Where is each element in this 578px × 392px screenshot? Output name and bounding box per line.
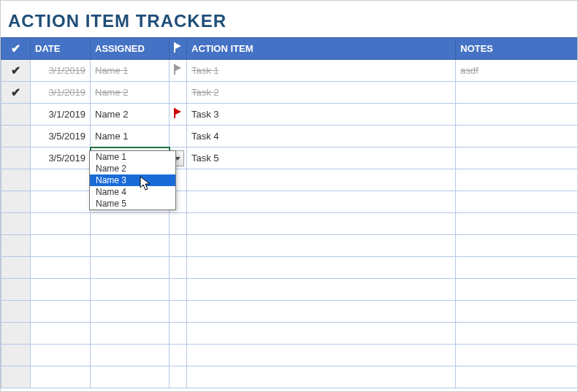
cell-empty[interactable] <box>31 235 91 257</box>
cell-empty[interactable] <box>456 366 579 388</box>
cell-item[interactable]: Task 4 <box>187 126 456 147</box>
cell-empty[interactable] <box>456 235 579 257</box>
cell-assigned[interactable]: Name 1 <box>91 126 170 147</box>
cell-empty[interactable] <box>187 257 456 279</box>
cell-item[interactable]: Task 1 <box>187 60 456 82</box>
cell-empty[interactable] <box>1 235 31 257</box>
cell-empty[interactable] <box>31 301 91 323</box>
cell-empty[interactable] <box>187 235 456 257</box>
cell-notes[interactable] <box>456 104 579 126</box>
cell-empty[interactable] <box>1 191 31 213</box>
assigned-dropdown[interactable]: Name 1Name 2Name 3Name 4Name 5 <box>89 150 176 210</box>
cell-empty[interactable] <box>187 169 456 191</box>
cell-date[interactable]: 3/5/2019 <box>31 126 91 147</box>
cell-flag[interactable] <box>170 104 187 126</box>
cell-empty[interactable] <box>31 213 91 235</box>
cell-empty[interactable] <box>91 279 170 301</box>
cell-assigned[interactable]: Name 1 <box>91 60 170 82</box>
cell-empty[interactable] <box>31 191 91 213</box>
cell-empty[interactable] <box>187 345 456 366</box>
flag-icon <box>174 42 183 53</box>
cell-empty[interactable] <box>31 323 91 345</box>
header-notes[interactable]: NOTES <box>456 38 579 60</box>
cell-item[interactable]: Task 5 <box>187 147 456 169</box>
cell-date[interactable]: 3/1/2019 <box>31 60 91 82</box>
cell-empty[interactable] <box>187 301 456 323</box>
cell-empty[interactable] <box>187 366 456 388</box>
cell-flag[interactable] <box>170 126 187 147</box>
cell-empty[interactable] <box>456 257 579 279</box>
cell-empty[interactable] <box>91 235 170 257</box>
cell-notes[interactable] <box>456 147 579 169</box>
cell-assigned[interactable]: Name 2 <box>91 104 170 126</box>
header-row: ✔ DATE ASSIGNED ACTION ITEM NOTES <box>1 38 579 60</box>
cell-check[interactable]: ✔ <box>1 60 31 82</box>
cell-empty[interactable] <box>1 213 31 235</box>
cell-empty[interactable] <box>456 191 579 213</box>
header-assigned[interactable]: ASSIGNED <box>91 38 170 60</box>
cell-date[interactable]: 3/5/2019 <box>31 147 91 169</box>
dropdown-option[interactable]: Name 5 <box>90 198 175 210</box>
cell-empty[interactable] <box>91 366 170 388</box>
cell-notes[interactable]: asdf <box>456 60 579 82</box>
cell-empty[interactable] <box>170 366 187 388</box>
cell-empty[interactable] <box>1 257 31 279</box>
cell-notes[interactable] <box>456 82 579 104</box>
dropdown-option[interactable]: Name 4 <box>90 186 175 198</box>
cell-empty[interactable] <box>170 323 187 345</box>
cell-empty[interactable] <box>170 235 187 257</box>
cell-item[interactable]: Task 3 <box>187 104 456 126</box>
cell-empty[interactable] <box>1 169 31 191</box>
cell-empty[interactable] <box>170 279 187 301</box>
cell-empty[interactable] <box>170 345 187 366</box>
header-date[interactable]: DATE <box>31 38 91 60</box>
cell-empty[interactable] <box>91 257 170 279</box>
cell-empty[interactable] <box>1 323 31 345</box>
cell-empty[interactable] <box>170 301 187 323</box>
flag-icon <box>174 64 183 74</box>
cell-flag[interactable] <box>170 60 187 82</box>
cell-empty[interactable] <box>31 366 91 388</box>
cell-check[interactable] <box>1 126 31 147</box>
cell-empty[interactable] <box>91 345 170 366</box>
cell-empty[interactable] <box>456 301 579 323</box>
cell-empty[interactable] <box>1 345 31 366</box>
cell-empty[interactable] <box>187 191 456 213</box>
cell-flag[interactable] <box>170 82 187 104</box>
header-check[interactable]: ✔ <box>1 38 31 60</box>
cell-empty[interactable] <box>1 279 31 301</box>
cell-empty[interactable] <box>456 323 579 345</box>
header-item[interactable]: ACTION ITEM <box>187 38 456 60</box>
cell-empty[interactable] <box>31 257 91 279</box>
cell-empty[interactable] <box>456 169 579 191</box>
cell-empty[interactable] <box>31 279 91 301</box>
dropdown-option[interactable]: Name 3 <box>90 174 175 186</box>
cell-empty[interactable] <box>91 301 170 323</box>
cell-empty[interactable] <box>31 345 91 366</box>
cell-notes[interactable] <box>456 126 579 147</box>
cell-empty[interactable] <box>187 279 456 301</box>
cell-empty[interactable] <box>91 213 170 235</box>
cell-empty[interactable] <box>170 257 187 279</box>
cell-check[interactable] <box>1 147 31 169</box>
dropdown-option[interactable]: Name 2 <box>90 163 175 174</box>
cell-item[interactable]: Task 2 <box>187 82 456 104</box>
cell-assigned[interactable]: Name 2 <box>91 82 170 104</box>
cell-empty[interactable] <box>31 169 91 191</box>
cell-empty[interactable] <box>456 345 579 366</box>
cell-empty[interactable] <box>1 301 31 323</box>
cell-empty[interactable] <box>456 279 579 301</box>
cell-check[interactable] <box>1 104 31 126</box>
cell-date[interactable]: 3/1/2019 <box>31 104 91 126</box>
cell-empty[interactable] <box>170 213 187 235</box>
cell-check[interactable]: ✔ <box>1 82 31 104</box>
cell-date[interactable]: 3/1/2019 <box>31 82 91 104</box>
flag-icon <box>174 108 183 118</box>
cell-empty[interactable] <box>456 213 579 235</box>
header-flag[interactable] <box>170 38 187 60</box>
cell-empty[interactable] <box>1 366 31 388</box>
cell-empty[interactable] <box>91 323 170 345</box>
cell-empty[interactable] <box>187 213 456 235</box>
dropdown-option[interactable]: Name 1 <box>90 151 175 163</box>
cell-empty[interactable] <box>187 323 456 345</box>
